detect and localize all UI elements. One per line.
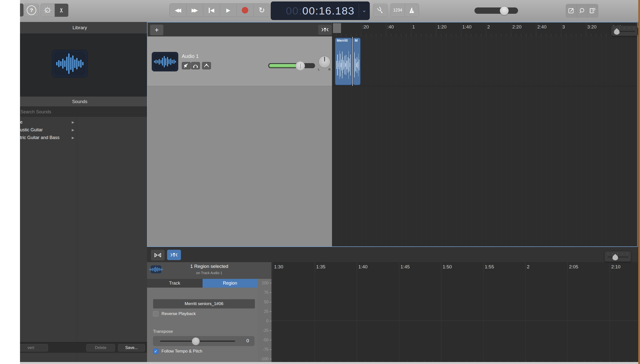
arrange-timeline[interactable] [332,36,638,247]
track-waveform-icon [154,56,176,68]
count-in-button[interactable]: 1234 [391,4,405,17]
grid-minor-line [496,36,496,247]
ruler-minor-tick [506,34,506,36]
region-waveform-bar [341,60,342,70]
grid-minor-line [421,36,421,247]
catch-playhead-button[interactable] [318,24,332,35]
delete-button[interactable]: Delete [86,344,115,352]
play-button[interactable]: ▶ [220,4,237,17]
disclosure-triangle-icon[interactable]: ▶ [72,136,74,140]
rewind-button[interactable]: ◀◀ [170,4,186,17]
tuning-fork-icon [375,5,385,15]
go-to-beginning-button[interactable]: ◀ [203,4,220,17]
tab-track[interactable]: Track [147,279,202,288]
editor-grid-tick [289,360,290,362]
grid-minor-line [371,36,371,247]
zoom-thumb[interactable] [612,254,618,260]
ruler-minor-tick [541,34,541,36]
input-monitoring-button[interactable] [202,62,211,70]
region-m[interactable]: M [353,38,361,86]
cycle-button[interactable]: ↻ [253,4,270,17]
ruler-label: 3:20 [587,24,596,30]
playhead[interactable] [352,37,353,86]
ruler-minor-tick [401,34,401,36]
beginning-icon [209,8,210,13]
region-waveform [354,50,359,80]
reverse-playback-checkbox[interactable] [153,311,158,316]
editor-grid-line [441,273,441,362]
forward-button[interactable]: ▶▶ [186,4,203,17]
lcd-display[interactable]: 00: 00:16.183 ⌄ [271,2,370,20]
editor-zoom-slider[interactable] [604,251,631,262]
ruler-minor-tick [451,34,451,36]
pan-left-label: L [318,68,320,71]
waveform-bar [82,62,84,66]
disclosure-triangle-icon[interactable]: ▶ [72,120,74,124]
region-name-field[interactable]: Merritt seniors_1#06 [153,299,255,308]
editor-ruler-tick [483,262,484,273]
track-header-toolbar [147,22,332,37]
disclosure-triangle-icon[interactable]: ▶ [72,128,74,132]
help-button[interactable]: ? [24,4,39,17]
region-waveform-bar [345,63,346,67]
waveform-bar [172,60,173,64]
region-waveform-bar [344,62,344,68]
arrange-time-ruler[interactable]: :20:4011:201:4022:202:4033:203:404 [332,22,638,37]
zoom-thumb[interactable] [614,28,620,35]
editor-grid-line [483,273,484,362]
waveform-bar [154,61,155,63]
region-waveform-bar [349,58,349,72]
waveform-bar [167,57,168,66]
arrange-zoom-slider[interactable] [611,26,638,36]
follow-tempo-checkbox[interactable]: ✓ [153,348,158,354]
loop-browser-button[interactable] [576,4,587,17]
grid-minor-line [446,36,446,247]
master-volume-slider[interactable] [475,8,518,14]
track-volume-slider[interactable] [268,63,315,68]
region-merritt[interactable]: Merritt [335,38,352,86]
editor-grid[interactable] [272,273,638,362]
solo-button[interactable] [191,62,200,70]
search-sounds-input[interactable] [20,108,141,116]
editors-button[interactable]: ✂ [55,4,69,17]
catch-funnel-icon [321,27,329,32]
add-track-button[interactable]: + [150,24,163,36]
flex-button[interactable] [151,250,165,261]
record-icon [242,7,248,14]
track-name[interactable]: Audio 1 [182,54,199,59]
smart-controls-button[interactable] [41,4,55,17]
plus-icon: + [155,26,159,34]
editor-grid-line [610,273,610,362]
transpose-thumb[interactable] [192,337,200,345]
master-volume-thumb[interactable] [500,6,509,15]
waveform-bar [157,60,158,63]
lcd-chevron-icon[interactable]: ⌄ [362,7,366,14]
editor-time-ruler[interactable]: 1:301:351:401:451:501:5522:052:10 [272,262,638,273]
track-volume-thumb[interactable] [296,61,305,71]
editor-catch-button[interactable] [167,250,181,260]
mute-button[interactable] [182,62,191,70]
loop-browser-icon [579,8,585,14]
pan-knob[interactable] [319,56,330,68]
editor-grid-tick [298,360,298,362]
ruler-minor-tick [586,34,586,36]
media-browser-button[interactable]: ♪ [587,4,598,17]
notepad-button[interactable] [566,4,576,17]
grid-minor-line [391,36,391,247]
sounds-list-item[interactable]: tric Guitar and Bass▶ [13,134,77,142]
ruler-label: 2:40 [537,24,546,30]
tab-region[interactable]: Region [202,279,258,288]
ruler-minor-tick [386,34,386,36]
sounds-list-item[interactable]: e▶ [13,118,77,126]
transport-controls: ◀◀ ▶▶ ◀ ▶ ↻ [169,4,270,17]
waveform-bar [70,58,72,70]
tuner-button[interactable] [373,4,387,17]
waveform-bar [60,61,62,66]
sounds-list-item[interactable]: ustic Guitar▶ [13,126,77,134]
metronome-button[interactable] [405,4,419,17]
record-button[interactable] [237,4,253,17]
scale-label: 75 [264,290,269,295]
ruler-minor-tick [411,34,411,36]
save-button[interactable]: Save... [118,344,145,352]
grid-minor-line [566,36,566,247]
